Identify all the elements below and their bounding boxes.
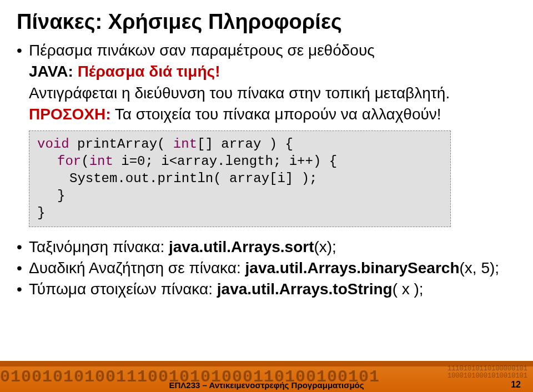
bullet4-c: ( x ); <box>393 280 424 298</box>
bullet-4: Τύπωμα στοιχείων πίνακα: java.util.Array… <box>17 279 516 299</box>
code-block: void printArray( int[] array ) { for(int… <box>29 130 451 227</box>
bullet-2: Ταξινόμηση πίνακα: java.util.Arrays.sort… <box>17 237 516 257</box>
bullet1-red-pass: Πέρασμα διά τιμής! <box>73 63 220 80</box>
code-line-1: void printArray( int[] array ) { <box>37 135 443 153</box>
bullet4-a: Τύπωμα στοιχείων πίνακα: <box>29 280 217 298</box>
bullet1-line4: ΠΡΟΣΟΧΗ: Τα στοιχεία του πίνακα μπορούν … <box>17 104 516 124</box>
bullet4-b: java.util.Arrays.toString <box>217 280 393 298</box>
code-l1-rest: printArray( <box>69 137 173 152</box>
bullet-3: Δυαδική Αναζήτηση σε πίνακα: java.util.A… <box>17 258 516 278</box>
code-l2-b: i=0; i<array.length; i++) { <box>113 154 337 169</box>
caution-text: Τα στοιχεία του πίνακα μπορούν να αλλαχθ… <box>110 105 441 123</box>
code-l1-rest2: [] array ) { <box>197 137 293 152</box>
bullet2-c: (x); <box>314 238 336 255</box>
kw-int-1: int <box>173 137 197 152</box>
java-label: JAVA: <box>29 63 73 80</box>
bullet1-line1: Πέρασμα πινάκων σαν παραμέτρους σε μεθόδ… <box>29 42 375 59</box>
bullet2-b: java.util.Arrays.sort <box>169 238 314 255</box>
bullet2-a: Ταξινόμηση πίνακα: <box>29 238 169 255</box>
slide-title: Πίνακες: Χρήσιμες Πληροφορίες <box>17 10 516 34</box>
bullet3-b: java.util.Arrays.binarySearch <box>245 259 460 277</box>
kw-for: for <box>57 154 81 169</box>
footer-binary-small-2: 10001010001010010101 <box>447 373 527 380</box>
code-l2-a: ( <box>81 154 89 169</box>
bullet3-c: (x, 5); <box>460 259 500 277</box>
caution-label: ΠΡΟΣΟΧΗ: <box>29 105 110 123</box>
bullet-1: Πέρασμα πινάκων σαν παραμέτρους σε μεθόδ… <box>17 41 516 61</box>
footer-course: ΕΠΛ233 – Αντικειμενοστρεφής Προγραμματισ… <box>0 380 533 390</box>
kw-void: void <box>37 137 69 152</box>
code-line-2: for(int i=0; i<array.length; i++) { <box>37 153 443 170</box>
bullet1-line3: Αντιγράφεται η διεύθυνση του πίνακα στην… <box>17 83 516 103</box>
code-line-5: } <box>37 204 443 222</box>
code-line-4: } <box>37 187 443 204</box>
bullet3-a: Δυαδική Αναζήτηση σε πίνακα: <box>29 259 245 277</box>
footer-band: 010010101001110010101000110100100101 111… <box>0 361 533 392</box>
footer-page-number: 12 <box>511 380 521 390</box>
code-line-3: System.out.println( array[i] ); <box>37 170 443 187</box>
kw-int-2: int <box>89 154 113 169</box>
footer-binary-small: 11101010110100000101 1000101000101001010… <box>447 365 527 380</box>
bullet1-line2: JAVA: Πέρασμα διά τιμής! <box>17 62 516 82</box>
